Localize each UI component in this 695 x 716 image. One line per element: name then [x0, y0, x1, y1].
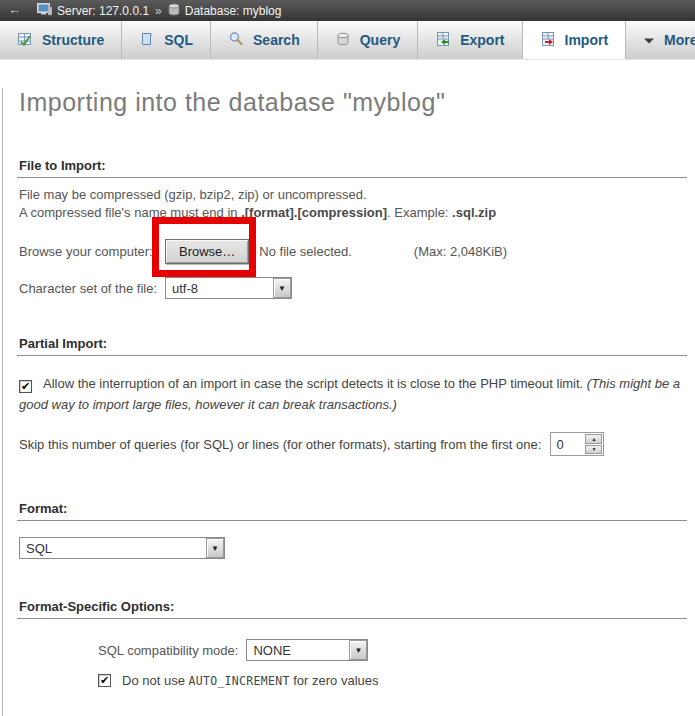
spinner-down-icon[interactable]: ▼	[585, 445, 602, 455]
browse-label: Browse your computer:	[19, 244, 165, 259]
phpmyadmin-import-page: ← Server: 127.0.0.1 » Database: myblog	[0, 0, 695, 716]
tab-label: Import	[565, 32, 609, 48]
database-icon	[168, 3, 180, 19]
compression-note-line2-mid: . Example:	[387, 205, 452, 220]
zero-values-label-prefix: Do not use	[122, 673, 189, 688]
breadcrumb-server-link[interactable]: Server: 127.0.0.1	[37, 3, 149, 19]
main-content: Importing into the database "myblog" Fil…	[2, 88, 695, 716]
dropdown-arrow-icon[interactable]: ▼	[349, 640, 367, 660]
zero-values-label-suffix: for zero values	[290, 673, 379, 688]
breadcrumb-database-link[interactable]: Database: myblog	[168, 3, 282, 19]
skip-queries-row: Skip this number of queries (for SQL) or…	[19, 432, 691, 456]
format-row: SQL ▼	[19, 537, 691, 559]
allow-interruption-row: ✔Allow the interruption of an import in …	[19, 373, 681, 415]
tab-label: Query	[360, 32, 400, 48]
allow-interruption-label: Allow the interruption of an import in c…	[43, 376, 587, 391]
import-icon	[540, 31, 556, 50]
sql-compatibility-row: SQL compatibility mode: NONE ▼	[98, 639, 691, 661]
tab-import[interactable]: Import	[523, 21, 627, 59]
no-file-selected-text: No file selected.	[259, 244, 352, 259]
section-heading-format-specific: Format-Specific Options:	[17, 599, 687, 619]
structure-icon	[17, 31, 33, 50]
format-selected-value: SQL	[20, 538, 58, 558]
skip-queries-label: Skip this number of queries (for SQL) or…	[19, 437, 541, 452]
breadcrumb: ← Server: 127.0.0.1 » Database: myblog	[0, 0, 695, 21]
page-title: Importing into the database "myblog"	[19, 88, 691, 117]
charset-label: Character set of the file:	[19, 281, 165, 296]
zero-values-checkbox[interactable]: ✔	[98, 674, 111, 687]
sql-icon	[139, 31, 155, 50]
tab-search[interactable]: Search	[211, 21, 318, 59]
browse-row: Browse your computer: Browse… No file se…	[19, 239, 691, 264]
charset-row: Character set of the file: utf-8 ▼	[19, 277, 691, 299]
tab-query[interactable]: Query	[318, 21, 418, 59]
tab-label: SQL	[164, 32, 193, 48]
charset-select[interactable]: utf-8 ▼	[165, 277, 292, 299]
dropdown-arrow-icon[interactable]: ▼	[206, 538, 224, 558]
compression-example: .sql.zip	[452, 205, 496, 220]
browse-button[interactable]: Browse…	[165, 239, 249, 264]
breadcrumb-separator: »	[155, 4, 162, 18]
sql-compatibility-label: SQL compatibility mode:	[98, 643, 238, 658]
zero-values-row: ✔ Do not use AUTO_INCREMENT for zero val…	[98, 673, 691, 688]
server-icon	[37, 3, 52, 19]
compression-note-line2-prefix: A compressed file's name must end in	[19, 205, 241, 220]
auto-increment-code: AUTO_INCREMENT	[189, 674, 290, 688]
format-select[interactable]: SQL ▼	[19, 537, 225, 559]
skip-queries-spinbox: ▲ ▼	[550, 432, 604, 456]
back-arrow-icon[interactable]: ←	[4, 2, 29, 19]
compression-note-line1: File may be compressed (gzip, bzip2, zip…	[19, 187, 367, 202]
spinner-up-icon[interactable]: ▲	[585, 434, 602, 444]
tab-bar: Structure SQL Search	[0, 21, 695, 60]
tab-label: Export	[460, 32, 504, 48]
charset-selected-value: utf-8	[166, 278, 204, 298]
sql-compatibility-selected-value: NONE	[247, 640, 297, 660]
zero-values-label: Do not use AUTO_INCREMENT for zero value…	[122, 673, 379, 688]
tab-label: More	[664, 32, 695, 48]
compression-format-pattern: .[format].[compression]	[241, 205, 387, 220]
compression-note: File may be compressed (gzip, bzip2, zip…	[19, 186, 691, 222]
tab-structure[interactable]: Structure	[0, 21, 122, 59]
tab-more[interactable]: More	[626, 21, 695, 59]
tab-sql[interactable]: SQL	[122, 21, 211, 59]
section-heading-file-to-import: File to Import:	[17, 158, 687, 178]
section-heading-format: Format:	[17, 501, 687, 521]
export-icon	[435, 31, 451, 50]
sql-compatibility-select[interactable]: NONE ▼	[246, 639, 368, 661]
section-heading-partial-import: Partial Import:	[17, 336, 687, 356]
search-icon	[228, 31, 244, 50]
tab-label: Search	[253, 32, 300, 48]
skip-queries-spinner: ▲ ▼	[585, 434, 602, 454]
max-size-note: (Max: 2,048KiB)	[414, 244, 507, 259]
tab-label: Structure	[42, 32, 104, 48]
allow-interruption-checkbox[interactable]: ✔	[19, 380, 32, 393]
tab-export[interactable]: Export	[418, 21, 522, 59]
skip-queries-input[interactable]	[551, 433, 584, 455]
breadcrumb-database-label: Database: myblog	[185, 4, 282, 18]
query-icon	[335, 31, 351, 50]
chevron-down-icon	[643, 32, 655, 48]
dropdown-arrow-icon[interactable]: ▼	[273, 278, 291, 298]
breadcrumb-server-label: Server: 127.0.0.1	[57, 4, 149, 18]
